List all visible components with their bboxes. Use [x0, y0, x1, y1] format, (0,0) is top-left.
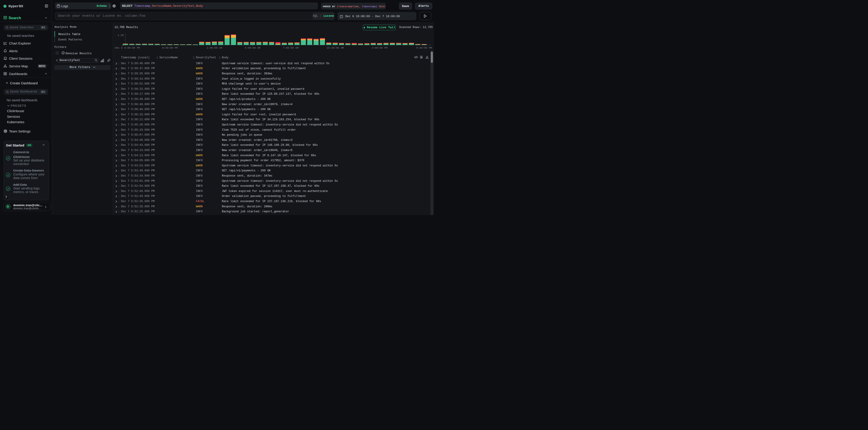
- svg-text:1.2K: 1.2K: [117, 34, 124, 37]
- svg-text:Dec 6 6:00:00 PM: Dec 6 6:00:00 PM: [115, 46, 140, 49]
- svg-text:0: 0: [122, 44, 124, 46]
- svg-text:1:00:00 AM: 1:00:00 AM: [207, 46, 222, 49]
- svg-text:4:00:00 AM: 4:00:00 AM: [245, 46, 260, 49]
- svg-text:9:30:00 PM: 9:30:00 PM: [162, 46, 178, 49]
- svg-text:2:00:00 PM: 2:00:00 PM: [372, 46, 388, 49]
- svg-text:7:00:00 AM: 7:00:00 AM: [283, 46, 299, 49]
- svg-text:5:30:00 PM: 5:30:00 PM: [416, 46, 432, 49]
- svg-text:10:30:00 AM: 10:30:00 AM: [327, 46, 344, 49]
